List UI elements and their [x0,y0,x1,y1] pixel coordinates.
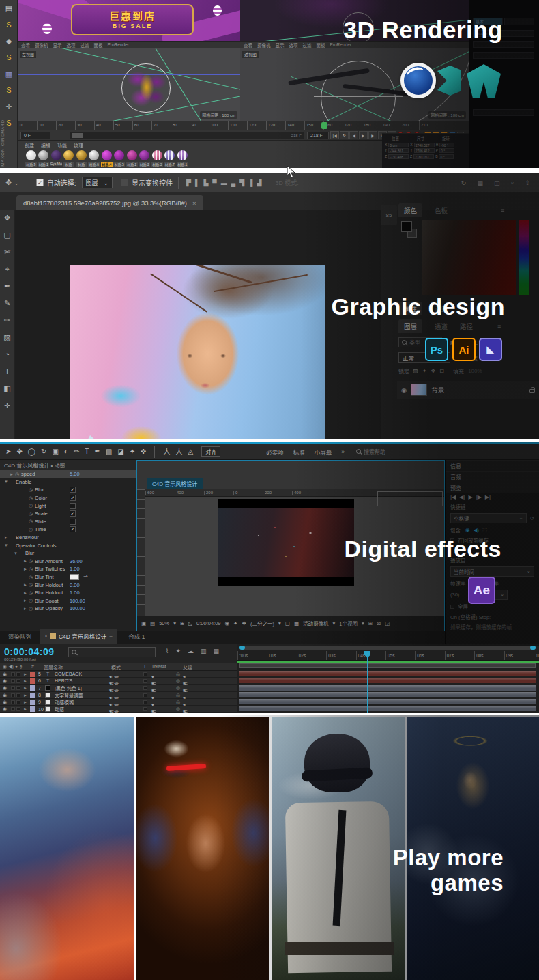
timeline-layer-row[interactable]: ◉ ► 5 T COMEBACK 正常 ▾ 无 ▾ ◎ 无 ▾ [0,671,237,678]
property-checkbox[interactable] [70,519,76,525]
ps-tool-icon[interactable]: ✒ [4,283,10,290]
ps-canvas[interactable] [15,210,381,439]
coord-value[interactable]: 7180.051 cm [413,154,434,159]
comp-bar-item[interactable]: ▢ [285,620,290,626]
panel-menu-icon[interactable]: ≡ [497,323,501,330]
adobe-app-icon[interactable]: Ai [452,338,476,361]
comp-bar-item[interactable]: ▾ [173,620,176,626]
layer-name[interactable]: HERO'S [55,678,72,683]
transport-button[interactable]: ◀ [349,131,358,139]
c4d-tool-icon[interactable]: S [0,82,18,98]
lock-box[interactable] [16,679,20,683]
stopwatch-icon[interactable]: ◷ [29,511,35,517]
align-icon[interactable]: ▜ [239,179,244,186]
coord-value[interactable]: 0 ° [439,154,454,159]
material-menu-item[interactable]: 编辑 [41,142,50,149]
solo-box[interactable] [11,686,15,690]
comp-bar-item[interactable]: ⊞ [368,620,373,626]
ae-tool-icon[interactable]: ▣ [52,448,58,455]
attr-tab[interactable] [504,18,534,25]
effect-property-row[interactable]: ▼ Operator Controls [0,541,136,549]
trkmat-toggle[interactable] [143,686,147,690]
twirl-arrow-icon[interactable]: ► [23,679,27,683]
game-panel-pubg[interactable] [272,717,405,980]
property-checkbox[interactable]: ✓ [70,495,76,501]
ps-tool-icon[interactable]: ▨ [3,334,10,341]
timeline-layer-bar[interactable] [239,699,536,704]
reset-icon[interactable]: ↺ [530,515,534,521]
ae-tool-icon[interactable]: ▤ [106,448,112,455]
property-value[interactable]: 5.00 [70,471,80,477]
comp-bar-item[interactable]: ✦ [233,620,237,626]
layer-name[interactable]: COMEBACK [55,672,82,676]
property-value[interactable]: 100.00 [70,598,85,604]
effect-property-row[interactable]: ► ◷ speed 5.00 [0,470,136,478]
transport-button[interactable]: |◀ [330,131,339,139]
effect-property-row[interactable]: ► ◷ Blur Holdout 0.00 [0,581,136,589]
ae-tool-icon[interactable]: ◪ [117,448,123,455]
solo-box[interactable] [11,707,15,711]
frame-end-field[interactable]: 218 F [307,132,329,139]
timeline-option-icon[interactable]: ▦ [213,648,219,654]
stopwatch-icon[interactable]: ◷ [29,519,35,524]
c4d-tool-icon[interactable]: ✛ [0,98,18,115]
twirl-arrow-icon[interactable]: ► [23,693,27,697]
tab-color[interactable]: 颜色 [398,203,422,217]
timeline-layer-bar[interactable] [239,678,536,683]
timeline-layer-bar[interactable] [239,671,536,676]
coord-value[interactable]: -90 ° [439,143,454,147]
timeline-option-icon[interactable]: ⌇ [166,648,169,654]
comp-bar-item[interactable]: ▾ [333,620,336,626]
layer-color-chip[interactable] [30,672,35,677]
twirl-arrow-icon[interactable]: ► [23,672,27,676]
work-area-bar[interactable] [239,663,536,668]
close-icon[interactable]: × [44,633,48,639]
visibility-eye-icon[interactable]: ◉ [3,693,7,698]
effect-property-row[interactable]: ◷ Scale ✓ [0,510,136,518]
ae-tool-icon[interactable]: 人 [175,446,182,457]
attr-field[interactable] [473,52,534,59]
lock-box[interactable] [16,686,20,690]
ps-tool-icon[interactable]: ✥ [4,214,10,222]
trkmat-toggle[interactable] [143,707,147,711]
align-icon[interactable]: ▐ [248,179,252,186]
c4d-tool-icon[interactable]: S [0,16,18,33]
stopwatch-icon[interactable]: ◷ [15,472,21,477]
options-right-icon[interactable]: ▦ [477,179,483,186]
effect-property-row[interactable]: ► ◷ Blur Amount 36.00 [0,558,136,566]
property-value[interactable]: 100.00 [70,605,85,611]
ae-tool-icon[interactable]: ✦ [130,448,135,455]
audio-panel-header[interactable]: 音频 [446,471,539,482]
workspace-tab[interactable]: » [341,448,345,455]
ae-tool-icon[interactable]: ↻ [41,448,46,455]
layer-name[interactable]: 文字背景调整 [55,692,83,699]
menu-item[interactable]: 过滤 [303,42,312,48]
material-swatch[interactable]: 材质 [75,150,88,167]
coord-value[interactable]: 0 cm [388,143,409,147]
material-swatch[interactable]: 材质.5 [113,150,126,167]
align-icon[interactable]: ▛ [186,179,191,186]
ps-tool-icon[interactable]: ◧ [3,385,10,392]
pickwhip-icon[interactable]: ◎ [176,693,180,698]
twirl-arrow-icon[interactable]: ► [4,536,10,540]
timeline-option-icon[interactable]: ✦ [175,648,181,654]
visibility-eye-icon[interactable]: ◉ [3,685,7,691]
twirl-arrow-icon[interactable]: ▼ [14,551,19,556]
material-menu-item[interactable]: 功能 [57,142,67,149]
comp-bar-item[interactable]: 0:00:04:09 [196,620,220,626]
timeline-layer-bar[interactable] [239,685,536,691]
panel-menu-icon[interactable]: ≡ [109,633,113,639]
comp-bar-item[interactable]: ▣ [141,620,146,626]
preview-panel-header[interactable]: 预览 [446,482,539,493]
menu-item[interactable]: 面板 [94,42,103,48]
effect-property-row[interactable]: ► ◷ Blur Boost 100.00 [0,597,136,605]
ae-tool-icon[interactable]: ✒ [94,448,100,455]
coord-value[interactable]: 0 ° [439,148,454,153]
property-value[interactable]: 1.00 [70,590,80,596]
effect-property-row[interactable]: ◷ Time ✓ [0,525,136,534]
timeline-search-field[interactable] [68,647,156,657]
collapsed-panel-icon[interactable]: 85 [381,205,397,225]
framerate-value[interactable]: (30) [450,592,459,598]
effect-property-row[interactable]: ▼ Enable [0,478,136,487]
lock-box[interactable] [16,700,20,704]
